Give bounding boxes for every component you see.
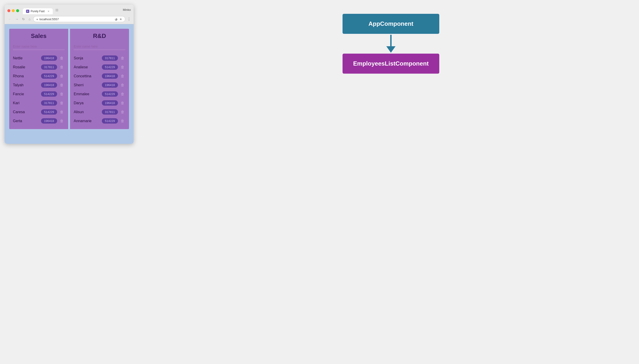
delete-button[interactable]: 🗑 [59,92,65,97]
tab-title: Purely Fast [31,10,45,13]
employee-name: Sonja [74,56,100,60]
delete-button[interactable]: 🗑 [59,56,65,61]
address-actions: ◕ ★ [115,17,122,21]
employees-component-box: EmployeesListComponent [343,54,439,74]
employee-badge: 514229 [102,118,118,124]
address-bar[interactable]: ● localhost:5557 ◕ ★ [33,16,125,22]
employee-row: Talyah196418🗑 [13,80,65,90]
diagram-panel: AppComponent EmployeesListComponent [147,4,634,83]
employee-badge: 196418 [41,82,57,88]
browser-window: A Purely Fast ✕ Minko ← → ↻ ⌂ ● localhos… [5,4,134,144]
employee-row: Emmalee514229🗑 [74,90,125,98]
delete-button[interactable]: 🗑 [59,118,65,124]
employee-name: Kari [13,101,39,105]
svg-rect-0 [56,9,58,12]
app-component-label: AppComponent [369,20,413,27]
diagram-arrow [386,35,395,53]
employee-badge: 317811 [102,56,118,61]
employee-badge: 196418 [41,118,57,124]
employee-badge: 514229 [41,91,57,97]
employee-name: Alisun [74,110,100,114]
tab-close-button[interactable]: ✕ [48,10,50,13]
delete-button[interactable]: 🗑 [120,56,125,61]
employee-badge: 317811 [102,109,118,114]
employee-row: Nettle196418🗑 [13,54,65,62]
browser-user: Minko [123,8,131,13]
tab-favicon: A [26,10,29,13]
employee-name: Rhona [13,74,39,78]
employee-row: Sherri196418🗑 [74,80,125,90]
employees-component-label: EmployeesListComponent [353,60,429,67]
traffic-lights [7,9,19,12]
minimize-button[interactable] [12,9,15,12]
employee-row: Annamarie514229🗑 [74,116,125,126]
dept-input-sales[interactable] [13,43,65,50]
employee-row: Concettina196418🗑 [74,72,125,80]
employee-name: Annamarie [74,119,100,123]
employee-name: Emmalee [74,92,100,96]
employee-name: Fancie [13,92,39,96]
departments-container: SalesNettle196418🗑Rosalie317811🗑Rhona514… [9,29,129,129]
browser-titlebar: A Purely Fast ✕ Minko [5,4,134,14]
delete-button[interactable]: 🗑 [120,100,125,106]
department-rnd: R&DSonja317811🗑Analiese514229🗑Concettina… [70,29,129,129]
department-sales: SalesNettle196418🗑Rosalie317811🗑Rhona514… [9,29,68,129]
employee-row: Caresa514229🗑 [13,108,65,116]
forward-button[interactable]: → [14,17,19,22]
employee-row: Gerta196418🗑 [13,116,65,126]
employee-badge: 317811 [41,64,57,70]
delete-button[interactable]: 🗑 [120,82,125,88]
employee-name: Sherri [74,83,100,87]
close-button[interactable] [7,9,10,12]
employee-row: Fancie514229🗑 [13,90,65,98]
employee-badge: 514229 [102,91,118,97]
delete-button[interactable]: 🗑 [120,118,125,124]
new-tab-button[interactable] [53,7,61,14]
dept-input-rnd[interactable] [74,43,125,50]
employee-badge: 317811 [41,100,57,106]
employee-badge: 514229 [102,64,118,70]
back-button[interactable]: ← [7,17,13,22]
dept-title-sales: Sales [13,32,65,40]
employee-badge: 514229 [41,109,57,114]
reload-button[interactable]: ↻ [21,17,26,22]
employee-badge: 196418 [41,56,57,61]
delete-button[interactable]: 🗑 [59,74,65,79]
employee-row: Analiese514229🗑 [74,62,125,72]
employee-name: Rosalie [13,65,39,69]
employee-row: Darya196418🗑 [74,98,125,108]
delete-button[interactable]: 🗑 [59,82,65,88]
employee-row: Alisun317811🗑 [74,108,125,116]
employee-badge: 514229 [41,74,57,79]
delete-button[interactable]: 🗑 [59,110,65,114]
delete-button[interactable]: 🗑 [120,65,125,70]
employee-name: Analiese [74,65,100,69]
employee-name: Nettle [13,56,39,60]
dept-title-rnd: R&D [74,32,125,40]
browser-toolbar: ← → ↻ ⌂ ● localhost:5557 ◕ ★ ⋮ [5,14,134,24]
bookmark-icon[interactable]: ★ [119,17,122,21]
home-button[interactable]: ⌂ [28,17,31,22]
employee-name: Darya [74,101,100,105]
delete-button[interactable]: 🗑 [120,74,125,79]
menu-button[interactable]: ⋮ [127,17,131,22]
tab-bar: A Purely Fast ✕ [23,7,121,14]
employee-row: Kari317811🗑 [13,98,65,108]
lock-icon: ● [36,18,38,21]
employee-row: Rhona514229🗑 [13,72,65,80]
browser-content: SalesNettle196418🗑Rosalie317811🗑Rhona514… [5,24,134,144]
arrow-line [390,35,392,46]
delete-button[interactable]: 🗑 [120,92,125,97]
employee-row: Rosalie317811🗑 [13,62,65,72]
maximize-button[interactable] [16,9,19,12]
delete-button[interactable]: 🗑 [59,65,65,70]
url-text: localhost:5557 [39,18,113,21]
active-tab[interactable]: A Purely Fast ✕ [23,8,53,14]
delete-button[interactable]: 🗑 [120,110,125,114]
employee-name: Gerta [13,119,39,123]
cast-icon[interactable]: ◕ [115,17,117,21]
app-component-box: AppComponent [343,14,439,34]
employee-row: Sonja317811🗑 [74,54,125,62]
arrow-head [386,46,395,53]
delete-button[interactable]: 🗑 [59,100,65,106]
